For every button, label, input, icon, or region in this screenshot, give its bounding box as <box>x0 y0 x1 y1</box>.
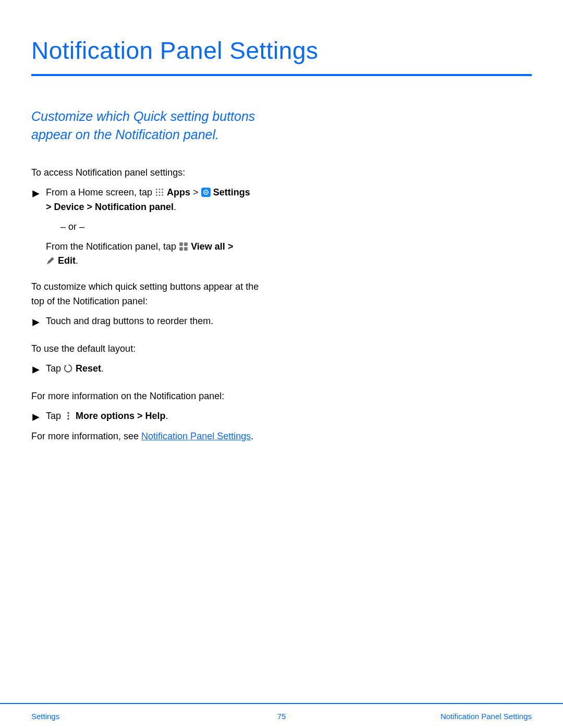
reset-icon <box>64 363 76 374</box>
step-body: Tap More options > Help. <box>46 409 271 424</box>
text: . <box>166 411 168 421</box>
more-options-icon <box>64 411 76 421</box>
bold-path: > Device > Notification panel <box>46 202 174 212</box>
step-body: Tap Reset. <box>46 362 271 376</box>
svg-point-8 <box>159 194 161 196</box>
svg-rect-16 <box>184 247 188 251</box>
text: . <box>174 202 176 212</box>
svg-point-4 <box>156 191 157 193</box>
svg-marker-17 <box>32 319 40 326</box>
footer-left: Settings <box>31 712 59 721</box>
bold-settings: Settings <box>213 187 250 198</box>
or-divider: – or – <box>60 220 271 235</box>
text: > <box>228 241 234 252</box>
page-title: Notification Panel Settings <box>31 36 532 76</box>
text: . <box>101 363 104 374</box>
svg-marker-20 <box>32 414 40 421</box>
step-body: From a Home screen, tap Apps > <box>46 186 271 268</box>
viewall-tiles-icon <box>179 241 191 252</box>
bold-apps: Apps <box>167 187 190 198</box>
bold-more: More options <box>76 411 134 421</box>
step-row: Touch and drag buttons to reorder them. <box>31 314 271 330</box>
step-row: From a Home screen, tap Apps > <box>31 186 271 268</box>
svg-rect-15 <box>179 247 183 251</box>
triangle-bullet-icon <box>31 316 41 330</box>
svg-point-7 <box>156 194 157 196</box>
text: Tap <box>46 411 64 421</box>
text: From a Home screen, tap <box>46 187 155 198</box>
svg-point-22 <box>67 415 69 417</box>
triangle-bullet-icon <box>31 363 41 378</box>
svg-point-21 <box>67 412 69 414</box>
intro-customize: To customize which quick setting buttons… <box>31 280 271 309</box>
svg-rect-13 <box>179 242 183 246</box>
text: From the Notification panel, tap <box>46 241 179 252</box>
svg-point-5 <box>159 191 161 193</box>
footer-page-number: 75 <box>277 712 286 721</box>
intro-access: To access Notification panel settings: <box>31 166 271 180</box>
intro-moreinfo: For more information on the Notification… <box>31 389 271 404</box>
settings-gear-icon <box>201 187 213 198</box>
svg-point-23 <box>67 418 69 420</box>
alt-step: From the Notification panel, tap View al… <box>46 240 271 269</box>
text: > <box>193 187 201 198</box>
svg-rect-14 <box>184 242 188 246</box>
svg-point-9 <box>162 194 163 196</box>
triangle-bullet-icon <box>31 411 41 425</box>
page-subtitle: Customize which Quick setting buttons ap… <box>31 107 271 144</box>
bold-help: Help <box>145 411 166 421</box>
step-row: Tap Reset. <box>31 362 271 378</box>
svg-point-6 <box>162 191 163 193</box>
triangle-bullet-icon <box>31 187 41 202</box>
page: Notification Panel Settings Customize wh… <box>0 0 563 728</box>
svg-point-12 <box>205 191 206 193</box>
svg-point-3 <box>162 189 163 190</box>
edit-pencil-icon <box>46 255 58 266</box>
text: . <box>251 431 253 441</box>
svg-point-2 <box>159 189 161 190</box>
svg-point-1 <box>156 189 157 190</box>
text: Tap <box>46 363 64 374</box>
step-row: Tap More options > Help. <box>31 409 271 425</box>
content-column: Customize which Quick setting buttons ap… <box>31 107 271 443</box>
bold-viewall: View all <box>191 241 225 252</box>
step-body: Touch and drag buttons to reorder them. <box>46 314 271 329</box>
footer-right: Notification Panel Settings <box>440 712 532 721</box>
page-footer: Settings 75 Notification Panel Settings <box>0 703 563 728</box>
intro-default: To use the default layout: <box>31 342 271 356</box>
svg-marker-0 <box>32 190 40 198</box>
text: . <box>76 255 78 266</box>
bold-edit: Edit <box>58 255 76 266</box>
text: > <box>137 411 145 421</box>
svg-marker-18 <box>32 366 40 374</box>
see-also: For more information, see Notification P… <box>31 429 271 444</box>
link-notification-panel-settings[interactable]: Notification Panel Settings <box>141 431 251 441</box>
text: For more information, see <box>31 431 141 441</box>
bold-reset: Reset <box>76 363 101 374</box>
apps-grid-icon <box>155 187 167 198</box>
